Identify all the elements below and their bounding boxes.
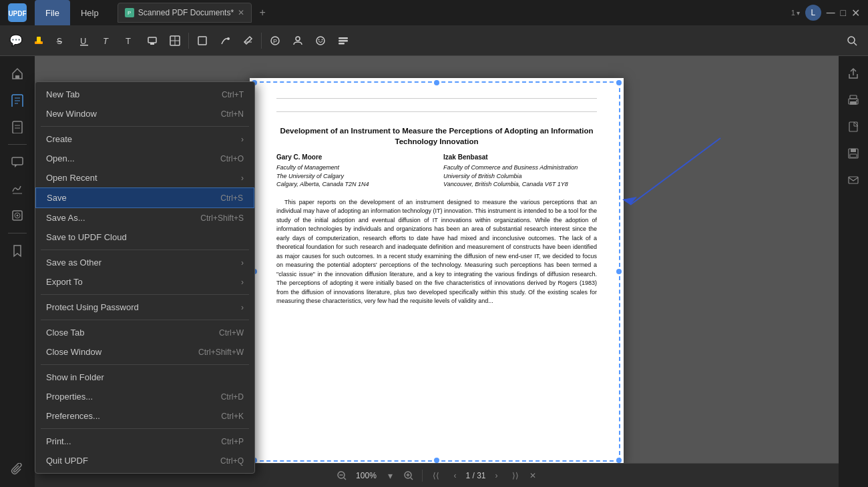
toolbar-right [841, 30, 863, 51]
svg-rect-43 [850, 95, 857, 99]
svg-text:T: T [103, 36, 109, 46]
close-bar-button[interactable]: ✕ [526, 469, 539, 482]
tab-icon: P [125, 8, 134, 17]
sidebar-comment[interactable] [5, 150, 29, 174]
svg-text:UPDF: UPDF [8, 10, 26, 17]
last-page-button[interactable]: ⟩⟩ [507, 468, 523, 484]
right-share[interactable] [841, 61, 865, 85]
right-sidebar [839, 56, 868, 487]
underline-tool[interactable]: U [73, 30, 95, 51]
sidebar-attach[interactable] [5, 458, 29, 482]
svg-rect-10 [150, 43, 154, 45]
comment-tool[interactable]: 💬 [5, 30, 27, 51]
signature-tool[interactable]: P [264, 30, 286, 51]
toolbar: 💬 S̶ U T T P [0, 25, 868, 56]
eraser-tool[interactable] [237, 30, 258, 51]
highlight-tool[interactable] [28, 30, 49, 51]
svg-line-54 [344, 478, 346, 480]
zoom-out-button[interactable] [334, 468, 350, 484]
search-button[interactable] [841, 30, 863, 51]
right-convert[interactable] [841, 115, 865, 139]
menu-file[interactable]: File [35, 0, 70, 25]
zoom-in-button[interactable] [401, 468, 417, 484]
right-email[interactable] [841, 168, 865, 192]
maximize-button[interactable]: □ [841, 7, 846, 18]
menu-protect-password[interactable]: Protect Using Password › [35, 298, 254, 317]
sidebar-bottom [5, 458, 29, 482]
tab-close-button[interactable]: ✕ [238, 8, 244, 17]
svg-point-15 [227, 37, 230, 40]
version-badge: 1 ▾ [791, 9, 800, 17]
menu-new-tab[interactable]: New Tab Ctrl+T [35, 85, 254, 104]
strikethrough-tool[interactable]: S̶ [51, 30, 72, 51]
menu-show-in-folder[interactable]: Show in Folder [35, 368, 254, 387]
menu-print[interactable]: Print... Ctrl+P [35, 432, 254, 451]
menu-save-as[interactable]: Save As... Ctrl+Shift+S [35, 208, 254, 227]
menu-bar: File Help [35, 0, 110, 25]
menu-create[interactable]: Create › [35, 129, 254, 149]
svg-point-26 [848, 37, 855, 43]
pdf-author1: Gary C. Moore Faculty of Management The … [276, 152, 430, 189]
svg-point-40 [17, 215, 19, 217]
minimize-button[interactable]: ─ [827, 7, 835, 19]
document-tab[interactable]: P Scanned PDF Documents* ✕ [118, 3, 252, 23]
new-tab-button[interactable]: + [254, 5, 270, 21]
menu-sep-1 [41, 126, 249, 127]
draw-tool[interactable] [214, 30, 236, 51]
text-tool[interactable]: T [96, 30, 118, 51]
menu-open-recent[interactable]: Open Recent › [35, 168, 254, 187]
menu-properties[interactable]: Properties... Ctrl+D [35, 387, 254, 406]
right-save[interactable] [841, 141, 865, 165]
svg-line-41 [630, 138, 720, 205]
menu-sep-6 [41, 428, 249, 429]
menu-open[interactable]: Open... Ctrl+O [35, 149, 254, 168]
menu-quit[interactable]: Quit UPDF Ctrl+Q [35, 451, 254, 470]
pdf-top-space [276, 98, 597, 111]
svg-rect-9 [148, 37, 156, 43]
blue-arrow-annotation [617, 131, 724, 218]
sidebar-home[interactable] [5, 61, 29, 85]
table-tool[interactable] [164, 30, 186, 51]
more-tool[interactable] [333, 30, 354, 51]
menu-close-tab[interactable]: Close Tab Ctrl+W [35, 323, 254, 342]
app-logo: UPDF [0, 0, 35, 25]
zoom-dropdown[interactable]: ▾ [382, 468, 398, 484]
prev-page-button[interactable]: ‹ [447, 468, 463, 484]
corner-br [616, 458, 622, 463]
sidebar-edit[interactable] [5, 88, 29, 112]
user-tool[interactable] [287, 30, 308, 51]
svg-text:P: P [273, 38, 277, 45]
menu-sep-3 [41, 294, 249, 295]
next-page-button[interactable]: › [489, 468, 505, 484]
titlebar: UPDF File Help P Scanned PDF Documents* … [0, 0, 868, 25]
pdf-page: Development of an Instrument to Measure … [250, 78, 624, 465]
pdf-header-line [276, 111, 597, 112]
pdf-body-text: This paper reports on the development of… [276, 198, 597, 306]
close-button[interactable]: ✕ [851, 7, 860, 19]
sidebar-ocr[interactable] [5, 203, 29, 227]
svg-text:U: U [80, 36, 86, 46]
stamp-tool[interactable] [142, 30, 163, 51]
pdf-authors: Gary C. Moore Faculty of Management The … [276, 152, 597, 189]
first-page-button[interactable]: ⟨⟨ [428, 468, 444, 484]
menu-save-as-other[interactable]: Save as Other › [35, 253, 254, 272]
sidebar-pages[interactable] [5, 115, 29, 139]
shapes-tool[interactable] [192, 30, 213, 51]
menu-export-to[interactable]: Export To › [35, 272, 254, 292]
menu-new-window[interactable]: New Window Ctrl+N [35, 104, 254, 123]
sidebar-bookmark[interactable] [5, 239, 29, 263]
menu-close-window[interactable]: Close Window Ctrl+Shift+W [35, 342, 254, 362]
pdf-author2: Izak Benbasat Faculty of Commerce and Bu… [443, 152, 597, 189]
menu-help[interactable]: Help [70, 0, 110, 25]
user-avatar[interactable]: L [805, 5, 821, 21]
sticker-tool[interactable] [310, 30, 331, 51]
corner-tm [434, 80, 439, 85]
sidebar-signature[interactable] [5, 177, 29, 201]
typewriter-tool[interactable]: T [119, 30, 140, 51]
menu-save-cloud[interactable]: Save to UPDF Cloud [35, 227, 254, 247]
corner-bm [434, 458, 439, 463]
svg-rect-50 [850, 154, 857, 157]
right-print[interactable] [841, 88, 865, 112]
menu-preferences[interactable]: Preferences... Ctrl+K [35, 406, 254, 426]
menu-save[interactable]: Save Ctrl+S [35, 187, 254, 208]
